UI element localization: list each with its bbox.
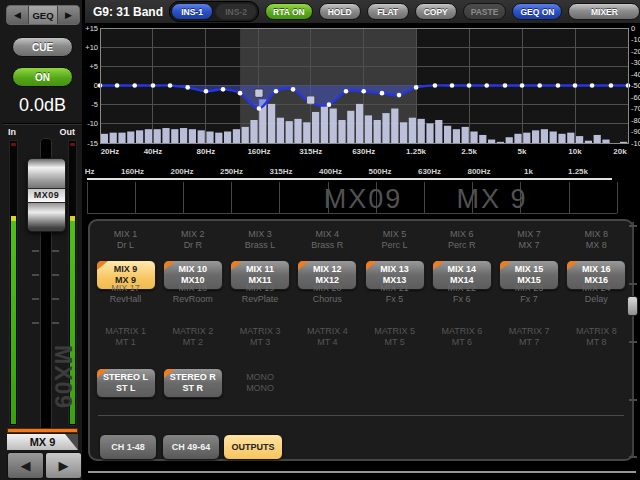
channel-matrix-6-label[interactable]: MATRIX 6MT 6 <box>428 326 495 348</box>
channel-matrix-8-label[interactable]: MATRIX 8MT 8 <box>563 326 630 348</box>
channel-matrix-1-label[interactable]: MATRIX 1MT 1 <box>92 326 159 348</box>
axis-label: -30 <box>631 58 640 67</box>
eq-band-dot[interactable] <box>609 83 614 88</box>
next-channel-button[interactable]: ▶ <box>45 452 82 479</box>
divider <box>98 415 624 416</box>
fader-tick <box>52 298 59 300</box>
eq-band-dot[interactable] <box>344 89 349 94</box>
eq-band-dot[interactable] <box>520 83 525 88</box>
ins-2-button[interactable]: INS-2 <box>215 3 257 20</box>
eq-band-dot[interactable] <box>397 93 402 98</box>
channel-matrix-2-label[interactable]: MATRIX 2MT 2 <box>159 326 226 348</box>
on-button[interactable]: ON <box>12 67 73 87</box>
channel-mix-18-label[interactable]: MIX 18RevRoom <box>159 283 226 305</box>
eq-band-dot[interactable] <box>151 83 156 88</box>
axis-label: 80Hz <box>197 147 216 156</box>
geq-prev-icon[interactable]: ◀ <box>7 6 28 24</box>
eq-band-dot[interactable] <box>115 83 120 88</box>
channel-color-bar <box>7 428 78 433</box>
eq-band-dot[interactable] <box>556 83 561 88</box>
channel-fader-knob[interactable]: MX09 <box>27 158 66 232</box>
eq-band-dot[interactable] <box>380 91 385 96</box>
geq-next-icon[interactable]: ▶ <box>58 6 79 24</box>
eq-band-dot[interactable] <box>168 83 173 88</box>
channel-strip-sidebar: ◀ GEQ ▶ CUE ON 0.0dB In Out MX09 MX09 <box>0 0 85 480</box>
rta-bar <box>382 113 389 143</box>
geq-on-button[interactable]: GEQ ON <box>512 3 562 20</box>
tab-ch-49-64[interactable]: CH 49-64 <box>162 434 220 460</box>
channel-mix-1-label[interactable]: MIX 1Dr L <box>92 229 159 251</box>
axis-label: -10 <box>87 119 98 128</box>
axis-label: 40Hz <box>144 147 163 156</box>
channel-matrix-3-label[interactable]: MATRIX 3MT 3 <box>227 326 294 348</box>
channel-mix-3-label[interactable]: MIX 3Brass L <box>227 229 294 251</box>
ins-1-button[interactable]: INS-1 <box>171 3 213 20</box>
channel-mix-22-label[interactable]: MIX 22Fx 6 <box>428 283 495 305</box>
eq-band-dot[interactable] <box>467 83 472 88</box>
hold-button[interactable]: HOLD <box>319 3 361 20</box>
fader-tick <box>52 322 59 324</box>
eq-band-dot[interactable] <box>221 87 226 92</box>
eq-band-dot[interactable] <box>361 89 366 94</box>
eq-band-dot[interactable] <box>257 106 262 111</box>
rta-bar <box>550 132 557 144</box>
eq-band-dot[interactable] <box>327 102 332 107</box>
channel-mix-2-label[interactable]: MIX 2Dr R <box>159 229 226 251</box>
eq-band-dot[interactable] <box>590 83 595 88</box>
eq-band-dot[interactable] <box>291 87 296 92</box>
tab-outputs[interactable]: OUTPUTS <box>223 434 283 460</box>
rta-on-button[interactable]: RTA ON <box>265 3 313 20</box>
channel-matrix-7-label[interactable]: MATRIX 7MT 7 <box>496 326 563 348</box>
channel-mix-8-label[interactable]: MIX 8MX 8 <box>563 229 630 251</box>
channel-mix-6-label[interactable]: MIX 6Perc R <box>428 229 495 251</box>
channel-mix-20-label[interactable]: MIX 20Chorus <box>294 283 361 305</box>
scrollbar-handle[interactable] <box>627 296 638 316</box>
insert-select-group: INS-1INS-2 <box>169 1 259 22</box>
axis-label: 0 <box>631 25 635 33</box>
channel-watermark: MX09 <box>52 345 76 427</box>
eq-band-dot[interactable] <box>274 89 279 94</box>
eq-band-dot[interactable] <box>484 83 489 88</box>
eq-band-handle-315hz[interactable] <box>307 96 315 104</box>
rta-bar <box>118 133 125 143</box>
eq-band-dot[interactable] <box>537 83 542 88</box>
channel-matrix-4-label[interactable]: MATRIX 4MT 4 <box>294 326 361 348</box>
eq-band-dot[interactable] <box>433 83 438 88</box>
rta-bar <box>426 123 433 143</box>
scrollbar-tick <box>629 283 637 285</box>
eq-band-dot[interactable] <box>185 85 190 90</box>
channel-matrix-5-label[interactable]: MATRIX 5MT 5 <box>361 326 428 348</box>
channel-stereo-l-button[interactable]: STEREO LST L <box>96 368 156 398</box>
flat-button[interactable]: FLAT <box>367 3 409 20</box>
channel-mix-17-label[interactable]: MIX 17RevHall <box>92 283 159 305</box>
channel-stereo-r-button[interactable]: STEREO RST R <box>163 368 223 398</box>
mixer-button[interactable]: MIXER <box>568 3 640 20</box>
channel-mix-21-label[interactable]: MIX 21Fx 5 <box>361 283 428 305</box>
rta-bar <box>374 120 381 143</box>
eq-band-dot[interactable] <box>238 91 243 96</box>
eq-band-dot[interactable] <box>503 83 508 88</box>
geq-graph[interactable]: +15+10+50-5-10-150-10-20-30-40-50-60-70-… <box>85 25 640 219</box>
rta-bar <box>303 122 310 143</box>
prev-channel-button[interactable]: ◀ <box>7 452 44 479</box>
eq-band-dot[interactable] <box>450 83 455 88</box>
band-detail-label: 315Hz <box>269 167 292 176</box>
channel-mix-19-label[interactable]: MIX 19RevPlate <box>227 283 294 305</box>
channel-mix-7-label[interactable]: MIX 7MX 7 <box>496 229 563 251</box>
eq-band-dot[interactable] <box>204 89 209 94</box>
eq-band-handle-160hz[interactable] <box>255 89 263 97</box>
copy-button[interactable]: COPY <box>415 3 457 20</box>
paste-button[interactable]: PASTE <box>463 3 507 20</box>
eq-band-dot[interactable] <box>414 85 419 90</box>
channel-mix-4-label[interactable]: MIX 4Brass R <box>294 229 361 251</box>
eq-band-dot[interactable] <box>132 83 137 88</box>
rta-bar <box>127 132 134 144</box>
channel-mono-label[interactable]: MONOMONO <box>227 368 294 398</box>
rta-bar <box>250 120 257 143</box>
cue-button[interactable]: CUE <box>12 37 73 57</box>
channel-mix-5-label[interactable]: MIX 5Perc L <box>361 229 428 251</box>
eq-band-dot[interactable] <box>573 83 578 88</box>
channel-mix-24-label[interactable]: MIX 24Delay <box>563 283 630 305</box>
channel-mix-23-label[interactable]: MIX 23Fx 7 <box>496 283 563 305</box>
tab-ch-1-48[interactable]: CH 1-48 <box>99 434 157 460</box>
